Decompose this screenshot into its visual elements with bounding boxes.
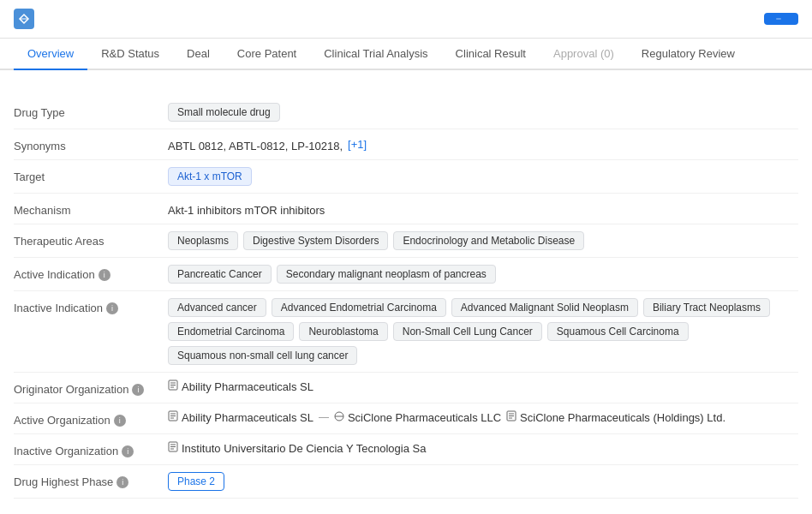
row-drug-type: Drug TypeSmall molecule drug bbox=[14, 96, 798, 129]
row-originator-org: Originator OrganizationiAbility Pharmace… bbox=[14, 373, 798, 403]
nav-tabs: OverviewR&D StatusDealCore PatentClinica… bbox=[0, 39, 812, 70]
compare-icon bbox=[776, 18, 781, 20]
row-drug-highest-phase: Drug Highest PhaseiPhase 2 bbox=[14, 465, 798, 499]
row-target: TargetAkt-1 x mTOR bbox=[14, 160, 798, 194]
info-icon-drug-highest-phase[interactable]: i bbox=[116, 476, 128, 488]
value-first-approval: - bbox=[168, 505, 798, 507]
info-rows: Drug TypeSmall molecule drugSynonymsABTL… bbox=[14, 96, 798, 507]
org-name: SciClone Pharmaceuticals (Holdings) Ltd. bbox=[520, 411, 725, 424]
org-name: Instituto Universitario De Ciencia Y Tec… bbox=[182, 442, 426, 455]
info-icon-originator-org[interactable]: i bbox=[132, 384, 144, 396]
tag-outlined-item: Phase 2 bbox=[168, 472, 224, 491]
tag-item: Endocrinology and Metabolic Disease bbox=[393, 231, 584, 250]
value-inactive-indication: Advanced cancerAdvanced Endometrial Carc… bbox=[168, 298, 798, 365]
org-name: SciClone Pharmaceuticals LLC bbox=[348, 411, 501, 424]
page-header bbox=[0, 0, 812, 39]
tag-item: Non-Small Cell Lung Cancer bbox=[393, 322, 542, 341]
org-name: Ability Pharmaceuticals SL bbox=[182, 380, 313, 393]
org-icon bbox=[506, 410, 516, 424]
org-item: SciClone Pharmaceuticals (Holdings) Ltd. bbox=[506, 410, 725, 424]
tag-item: Squamous non-small cell lung cancer bbox=[168, 346, 357, 365]
title-area bbox=[14, 9, 41, 29]
value-active-org: Ability Pharmaceuticals SL—SciClone Phar… bbox=[168, 410, 798, 424]
org-item: Instituto Universitario De Ciencia Y Tec… bbox=[168, 441, 426, 455]
row-active-org: Active OrganizationiAbility Pharmaceutic… bbox=[14, 403, 798, 434]
tag-item: Advanced cancer bbox=[168, 298, 266, 317]
tab-regulatory-review[interactable]: Regulatory Review bbox=[628, 39, 749, 70]
info-icon-active-org[interactable]: i bbox=[114, 415, 126, 427]
tag-item: Neoplasms bbox=[168, 231, 238, 250]
tag-item: Endometrial Carcinoma bbox=[168, 322, 294, 341]
tab-clinical-trial[interactable]: Clinical Trial Analysis bbox=[310, 39, 441, 70]
label-drug-type: Drug Type bbox=[14, 103, 168, 119]
tag-item: Biliary Tract Neoplasms bbox=[643, 298, 770, 317]
synonyms-more-link[interactable]: [+1] bbox=[348, 138, 367, 151]
tab-clinical-result[interactable]: Clinical Result bbox=[442, 39, 540, 70]
row-mechanism: MechanismAkt-1 inhibitors mTOR inhibitor… bbox=[14, 194, 798, 224]
synonyms-text: ABTL 0812, ABTL-0812, LP-10218, bbox=[168, 136, 343, 152]
tab-core-patent[interactable]: Core Patent bbox=[224, 39, 310, 70]
row-first-approval: First Approval Date- bbox=[14, 499, 798, 507]
value-target: Akt-1 x mTOR bbox=[168, 167, 798, 186]
row-therapeutic-areas: Therapeutic AreasNeoplasmsDigestive Syst… bbox=[14, 224, 798, 258]
tag-item: Neuroblastoma bbox=[299, 322, 387, 341]
value-therapeutic-areas: NeoplasmsDigestive System DisordersEndoc… bbox=[168, 231, 798, 250]
row-inactive-indication: Inactive IndicationiAdvanced cancerAdvan… bbox=[14, 291, 798, 373]
org-separator: — bbox=[319, 411, 329, 423]
row-inactive-org: Inactive OrganizationiInstituto Universi… bbox=[14, 434, 798, 465]
org-icon bbox=[168, 410, 178, 424]
value-drug-highest-phase: Phase 2 bbox=[168, 472, 798, 491]
info-icon-active-indication[interactable]: i bbox=[99, 269, 110, 281]
label-drug-highest-phase: Drug Highest Phasei bbox=[14, 472, 168, 488]
tag-item: Squamous Cell Carcinoma bbox=[547, 322, 689, 341]
tag-item: Secondary malignant neoplasm of pancreas bbox=[277, 265, 496, 284]
info-icon-inactive-org[interactable]: i bbox=[122, 445, 134, 457]
tag-item: Advanced Endometrial Carcinoma bbox=[272, 298, 446, 317]
tab-approval: Approval (0) bbox=[540, 39, 628, 70]
row-synonyms: SynonymsABTL 0812, ABTL-0812, LP-10218, … bbox=[14, 129, 798, 160]
value-inactive-org: Instituto Universitario De Ciencia Y Tec… bbox=[168, 441, 798, 455]
main-content: Drug TypeSmall molecule drugSynonymsABTL… bbox=[0, 70, 812, 507]
org-icon bbox=[168, 441, 178, 455]
tag-item: Small molecule drug bbox=[168, 103, 280, 122]
tab-deal[interactable]: Deal bbox=[173, 39, 224, 70]
tag-blue-item: Akt-1 x mTOR bbox=[168, 167, 252, 186]
value-mechanism: Akt-1 inhibitors mTOR inhibitors bbox=[168, 200, 798, 217]
tag-item: Advanced Malignant Solid Neoplasm bbox=[451, 298, 638, 317]
info-icon-inactive-indication[interactable]: i bbox=[106, 302, 118, 314]
tag-item: Digestive System Disorders bbox=[243, 231, 388, 250]
org-name: Ability Pharmaceuticals SL bbox=[182, 411, 313, 424]
label-active-org: Active Organizationi bbox=[14, 410, 168, 427]
org-item: Ability Pharmaceuticals SL bbox=[168, 410, 313, 424]
label-inactive-org: Inactive Organizationi bbox=[14, 441, 168, 457]
label-inactive-indication: Inactive Indicationi bbox=[14, 298, 168, 314]
org-icon bbox=[168, 380, 178, 393]
value-active-indication: Pancreatic CancerSecondary malignant neo… bbox=[168, 265, 798, 284]
tag-item: Pancreatic Cancer bbox=[168, 265, 272, 284]
drug-icon bbox=[14, 9, 34, 29]
plain-text-first-approval: - bbox=[168, 505, 171, 507]
org-item: Ability Pharmaceuticals SL bbox=[168, 380, 313, 393]
label-target: Target bbox=[14, 167, 168, 183]
label-therapeutic-areas: Therapeutic Areas bbox=[14, 231, 168, 248]
value-synonyms: ABTL 0812, ABTL-0812, LP-10218, [+1] bbox=[168, 136, 798, 152]
plain-text-mechanism: Akt-1 inhibitors mTOR inhibitors bbox=[168, 200, 325, 217]
tab-overview[interactable]: Overview bbox=[14, 39, 87, 70]
tab-rd-status[interactable]: R&D Status bbox=[87, 39, 173, 70]
value-drug-type: Small molecule drug bbox=[168, 103, 798, 122]
label-first-approval: First Approval Date bbox=[14, 505, 168, 507]
label-mechanism: Mechanism bbox=[14, 200, 168, 217]
label-synonyms: Synonyms bbox=[14, 136, 168, 152]
org-icon bbox=[334, 411, 344, 424]
row-active-indication: Active IndicationiPancreatic CancerSecon… bbox=[14, 258, 798, 291]
compare-button[interactable] bbox=[764, 13, 798, 25]
value-originator-org: Ability Pharmaceuticals SL bbox=[168, 380, 798, 393]
label-originator-org: Originator Organizationi bbox=[14, 380, 168, 396]
label-active-indication: Active Indicationi bbox=[14, 265, 168, 281]
org-item: SciClone Pharmaceuticals LLC bbox=[334, 411, 501, 424]
